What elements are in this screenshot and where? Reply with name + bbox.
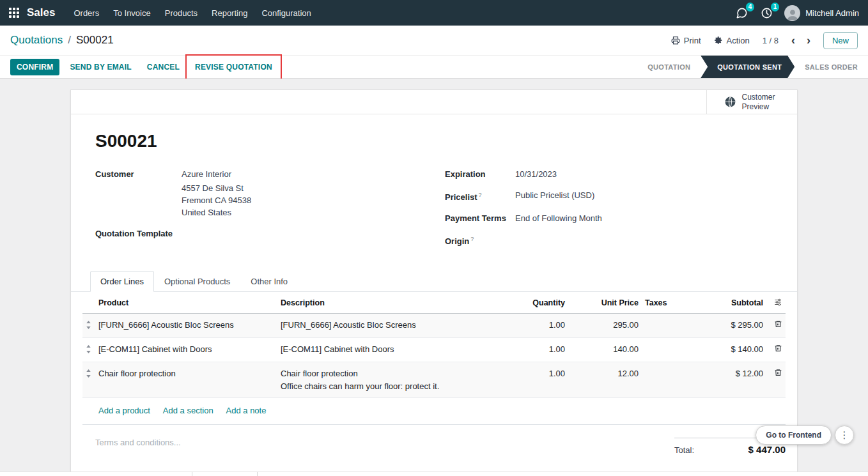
tab-optional-products[interactable]: Optional Products: [154, 271, 240, 292]
taxes-column-header: Taxes: [642, 292, 690, 314]
menu-orders[interactable]: Orders: [66, 0, 106, 26]
line-description-cell[interactable]: [E-COM11] Cabinet with Doors: [277, 337, 504, 362]
trash-icon: [774, 319, 782, 328]
navbar-systray: 4 1 Mitchell Admin: [729, 0, 859, 26]
user-name: Mitchell Admin: [805, 8, 859, 18]
globe-icon: [724, 96, 736, 108]
delete-line-button[interactable]: [766, 362, 786, 397]
content-area: Customer Preview S00021 Customer Azure I…: [0, 79, 868, 476]
breadcrumb-separator: /: [68, 34, 71, 47]
drag-handle-icon: [86, 345, 91, 353]
line-product-cell[interactable]: [E-COM11] Cabinet with Doors: [95, 337, 277, 362]
line-taxes-cell[interactable]: [642, 313, 690, 337]
breadcrumb-quotations[interactable]: Quotations: [10, 34, 63, 47]
statusbar-stages: QUOTATION QUOTATION SENT SALES ORDER: [637, 56, 868, 78]
customer-name-value[interactable]: Azure Interior: [182, 168, 251, 180]
frontend-options-button[interactable]: ⋮: [835, 426, 854, 445]
drag-handle-icon: [86, 369, 91, 378]
customer-preview-button[interactable]: Customer Preview: [706, 90, 797, 114]
line-description-cell[interactable]: Chair floor protection Office chairs can…: [277, 362, 504, 397]
line-unit-price-cell[interactable]: 295.00: [568, 313, 642, 337]
notebook-tabs: Order Lines Optional Products Other Info: [71, 271, 797, 292]
menu-reporting[interactable]: Reporting: [205, 0, 254, 26]
revise-quotation-button[interactable]: REVISE QUOTATION: [190, 59, 277, 75]
avatar: [784, 5, 800, 21]
activities-badge: 1: [771, 3, 780, 12]
trash-icon: [774, 344, 782, 353]
line-description-cell[interactable]: [FURN_6666] Acoustic Bloc Screens: [277, 313, 504, 337]
line-product-cell[interactable]: Chair floor protection: [95, 362, 277, 397]
user-menu[interactable]: Mitchell Admin: [779, 5, 859, 21]
quotation-title: S00021: [95, 131, 779, 151]
record-pager: ‹ ›: [791, 35, 810, 46]
optional-columns-button[interactable]: [766, 292, 786, 314]
payment-terms-field-label: Payment Terms: [445, 212, 515, 224]
new-button[interactable]: New: [823, 32, 858, 49]
delete-line-button[interactable]: [766, 337, 786, 362]
customer-preview-label: Customer Preview: [742, 93, 780, 112]
line-unit-price-cell[interactable]: 140.00: [568, 337, 642, 362]
line-quantity-cell[interactable]: 1.00: [504, 337, 568, 362]
line-product-cell[interactable]: [FURN_6666] Acoustic Bloc Screens: [95, 313, 277, 337]
menu-configuration[interactable]: Configuration: [254, 0, 318, 26]
pager-next-icon[interactable]: ›: [807, 35, 810, 46]
drag-handle[interactable]: [82, 337, 95, 362]
menu-to-invoice[interactable]: To Invoice: [106, 0, 158, 26]
expiration-field-label: Expiration: [445, 168, 515, 180]
drag-handle-icon: [86, 321, 91, 329]
line-unit-price-cell[interactable]: 12.00: [568, 362, 642, 397]
line-taxes-cell[interactable]: [642, 362, 690, 397]
handle-column-header: [82, 292, 95, 314]
page-bottom-strip: [0, 472, 868, 476]
quotation-template-field-label: Quotation Template: [95, 227, 182, 240]
gear-icon: [714, 36, 723, 45]
activities-button[interactable]: 1: [754, 0, 779, 26]
quotation-sheet: Customer Preview S00021 Customer Azure I…: [70, 89, 798, 476]
tab-order-lines[interactable]: Order Lines: [90, 271, 154, 292]
add-line-row: Add a product Add a section Add a note: [82, 397, 786, 424]
order-line-row: [FURN_6666] Acoustic Bloc Screens [FURN_…: [82, 313, 786, 337]
sheet-footer: Terms and conditions... Total: $ 447.00: [71, 425, 797, 455]
stage-quotation-sent[interactable]: QUOTATION SENT: [701, 56, 794, 78]
customer-address-line3: United States: [182, 206, 251, 219]
line-subtotal-cell: $ 295.00: [690, 313, 766, 337]
trash-icon: [774, 368, 782, 377]
action-menu-button[interactable]: Action: [714, 36, 750, 45]
expiration-value[interactable]: 10/31/2023: [515, 168, 557, 180]
frontend-switcher: Go to Frontend ⋮: [756, 426, 854, 445]
add-a-note-link[interactable]: Add a note: [226, 406, 267, 415]
print-button[interactable]: Print: [671, 36, 701, 45]
payment-terms-value[interactable]: End of Following Month: [515, 212, 602, 224]
pricelist-value[interactable]: Public Pricelist (USD): [515, 189, 594, 203]
drag-handle[interactable]: [82, 362, 95, 397]
messages-badge: 4: [746, 3, 755, 12]
add-a-section-link[interactable]: Add a section: [163, 406, 213, 415]
confirm-button[interactable]: CONFIRM: [10, 59, 59, 75]
app-brand[interactable]: Sales: [27, 6, 55, 19]
pager-previous-icon[interactable]: ‹: [791, 35, 795, 46]
total-label: Total:: [674, 445, 694, 455]
tab-other-info[interactable]: Other Info: [240, 271, 298, 292]
printer-icon: [671, 36, 680, 45]
customer-address-line1: 4557 De Silva St: [182, 182, 251, 194]
send-by-email-button[interactable]: SEND BY EMAIL: [65, 59, 136, 75]
pricelist-help-icon: ?: [479, 192, 482, 198]
stage-quotation[interactable]: QUOTATION: [637, 56, 701, 78]
terms-and-conditions-placeholder[interactable]: Terms and conditions...: [95, 438, 181, 447]
line-subtotal-cell: $ 140.00: [690, 337, 766, 362]
menu-products[interactable]: Products: [158, 0, 205, 26]
add-a-product-link[interactable]: Add a product: [98, 406, 150, 415]
line-quantity-cell[interactable]: 1.00: [504, 313, 568, 337]
line-quantity-cell[interactable]: 1.00: [504, 362, 568, 397]
control-panel: Quotations / S00021 Print Action 1 / 8 ‹…: [0, 26, 868, 55]
line-taxes-cell[interactable]: [642, 337, 690, 362]
delete-line-button[interactable]: [766, 313, 786, 337]
statusbar-buttons: CONFIRM SEND BY EMAIL CANCEL REVISE QUOT…: [10, 56, 277, 78]
messages-button[interactable]: 4: [729, 0, 754, 26]
unit-price-column-header: Unit Price: [568, 292, 642, 314]
apps-menu-icon[interactable]: [9, 8, 19, 18]
cancel-button[interactable]: CANCEL: [142, 59, 185, 75]
go-to-frontend-button[interactable]: Go to Frontend: [756, 426, 832, 445]
drag-handle[interactable]: [82, 313, 95, 337]
stage-sales-order[interactable]: SALES ORDER: [794, 56, 868, 78]
